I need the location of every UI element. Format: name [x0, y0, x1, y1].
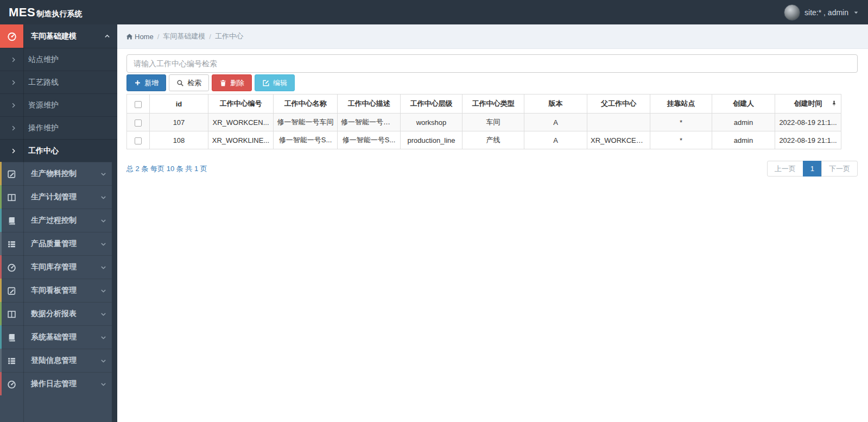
submenu-item-label: 资源维护 [28, 100, 59, 110]
search-button[interactable]: 检索 [169, 74, 209, 91]
table-cell: 108 [150, 131, 208, 149]
table-column-header[interactable]: 工作中心描述 [338, 95, 401, 114]
breadcrumb-home-label: Home [135, 33, 154, 41]
row-checkbox[interactable] [135, 137, 142, 144]
sidebar-item-label: 生产物料控制 [23, 169, 100, 179]
chevron-down-icon [100, 217, 107, 224]
table-cell [587, 114, 650, 131]
sidebar-groups: 生产物料控制 生产计划管理 生产过程控制 产品质量管理 车间库存管理 车间看板管… [0, 162, 117, 395]
sidebar-item-production-plan-management[interactable]: 生产计划管理 [0, 185, 112, 209]
sidebar-item-production-process-control[interactable]: 生产过程控制 [0, 209, 112, 232]
table-column-header[interactable]: 工作中心名称 [274, 95, 338, 114]
chevron-down-icon [100, 311, 107, 318]
pin-icon[interactable] [831, 100, 838, 108]
row-checkbox-cell [127, 131, 150, 149]
table-column-header[interactable]: 创建时间 [775, 95, 841, 114]
user-menu[interactable]: site:* , admin [784, 4, 859, 21]
table-cell: XR_WORKCEN... [587, 131, 650, 149]
current-page-button[interactable]: 1 [803, 161, 822, 177]
table-row: 108XR_WORKLINE...修一智能一号S...修一智能一号S...pro… [127, 131, 841, 149]
sidebar-item-icon [0, 240, 23, 249]
row-checkbox-cell [127, 114, 150, 131]
table-cell: workshop [401, 114, 462, 131]
sidebar-item-icon [0, 380, 23, 389]
table-cell: * [650, 131, 712, 149]
submenu-item-operation-maintenance[interactable]: 操作维护 [0, 116, 117, 139]
sidebar-submenu: 站点维护 工艺路线 资源维护 操作维护 工作中心 [0, 48, 117, 162]
sidebar-icon-separator [23, 24, 24, 422]
dashboard-icon [0, 24, 23, 48]
submenu-item-resource-maintenance[interactable]: 资源维护 [0, 93, 117, 116]
table-column-header[interactable]: 创建人 [712, 95, 775, 114]
chevron-down-icon [100, 171, 107, 178]
table-cell: 2022-08-19 21:1... [775, 131, 841, 149]
column-header-label: id [176, 100, 182, 108]
column-header-label: 父工作中心 [601, 99, 636, 108]
table-column-header[interactable]: 挂靠站点 [650, 95, 712, 114]
sidebar-item-label: 数据分析报表 [23, 309, 100, 319]
sidebar-item-workshop-kanban-management[interactable]: 车间看板管理 [0, 279, 112, 302]
sidebar-item-workshop-modeling[interactable]: 车间基础建模 [0, 24, 117, 48]
table-cell: 产线 [462, 131, 524, 149]
delete-button[interactable]: 删除 [212, 74, 252, 91]
submenu-item-process-route[interactable]: 工艺路线 [0, 71, 117, 93]
chevron-right-icon [10, 102, 17, 109]
table-column-header[interactable]: 父工作中心 [587, 95, 650, 114]
table-column-header[interactable]: 版本 [524, 95, 587, 114]
table-cell: admin [712, 131, 775, 149]
submenu-item-work-center[interactable]: 工作中心 [0, 139, 117, 162]
submenu-item-site-maintenance[interactable]: 站点维护 [0, 48, 117, 71]
breadcrumb-separator: / [209, 33, 211, 41]
table-column-header[interactable]: id [150, 95, 208, 114]
table-column-header[interactable]: 工作中心编号 [208, 95, 274, 114]
next-page-button[interactable]: 下一页 [821, 161, 858, 177]
sidebar-item-label: 产品质量管理 [23, 239, 100, 249]
table-column-header[interactable]: 工作中心类型 [462, 95, 524, 114]
breadcrumb: Home / 车间基础建模 / 工作中心 [117, 24, 868, 49]
avatar[interactable] [784, 4, 800, 21]
table-cell: 修一智能一号S... [274, 131, 338, 149]
column-header-label: 工作中心编号 [220, 99, 262, 108]
breadcrumb-home-link[interactable]: Home [126, 33, 154, 41]
sidebar-item-data-analysis-report[interactable]: 数据分析报表 [0, 302, 112, 325]
trash-icon [219, 79, 227, 87]
sidebar-item-icon [0, 263, 23, 272]
column-header-label: 工作中心描述 [348, 99, 390, 108]
search-button-label: 检索 [187, 78, 201, 88]
plus-icon [134, 79, 141, 86]
prev-page-button[interactable]: 上一页 [767, 161, 803, 177]
submenu-item-label: 站点维护 [28, 55, 59, 65]
edit-button-label: 编辑 [273, 78, 287, 88]
search-icon [176, 79, 184, 87]
search-input[interactable] [126, 54, 858, 73]
chevron-down-icon [100, 287, 107, 294]
home-icon [126, 33, 133, 40]
sidebar-item-system-base-management[interactable]: 系统基础管理 [0, 325, 112, 349]
pagination: 上一页 1 下一页 [767, 161, 858, 177]
sidebar-item-login-info-management[interactable]: 登陆信息管理 [0, 349, 112, 372]
sidebar-item-label: 系统基础管理 [23, 332, 100, 342]
select-all-checkbox[interactable] [135, 101, 142, 108]
sidebar: 车间基础建模 站点维护 工艺路线 资源维护 操作维护 工作中心 生产物料控制 生… [0, 24, 117, 422]
chevron-right-icon [10, 79, 17, 86]
sidebar-item-production-material-control[interactable]: 生产物料控制 [0, 162, 112, 185]
page-body: 新增 检索 删除 编辑 id [117, 49, 868, 177]
table-cell: 107 [150, 114, 208, 131]
logo-subtitle-text: 制造执行系统 [36, 9, 82, 19]
row-checkbox[interactable] [135, 119, 142, 127]
breadcrumb-item[interactable]: 车间基础建模 [163, 32, 205, 41]
top-navbar: MES 制造执行系统 site:* , admin [0, 0, 868, 24]
chevron-right-icon [10, 125, 17, 131]
sidebar-item-workshop-inventory-management[interactable]: 车间库存管理 [0, 255, 112, 279]
table-cell: * [650, 114, 712, 131]
table-row: 107XR_WORKCEN...修一智能一号车间修一智能一号车间workshop… [127, 114, 841, 131]
sidebar-item-operation-log-management[interactable]: 操作日志管理 [0, 372, 112, 395]
column-header-label: 工作中心类型 [472, 99, 515, 108]
add-button[interactable]: 新增 [126, 74, 166, 91]
sidebar-item-product-quality-management[interactable]: 产品质量管理 [0, 232, 112, 255]
app-logo: MES 制造执行系统 [9, 5, 82, 20]
table-column-header[interactable]: 工作中心层级 [401, 95, 462, 114]
column-header-label: 创建时间 [794, 99, 822, 108]
column-header-label: 工作中心层级 [410, 99, 453, 108]
edit-button[interactable]: 编辑 [255, 74, 295, 91]
